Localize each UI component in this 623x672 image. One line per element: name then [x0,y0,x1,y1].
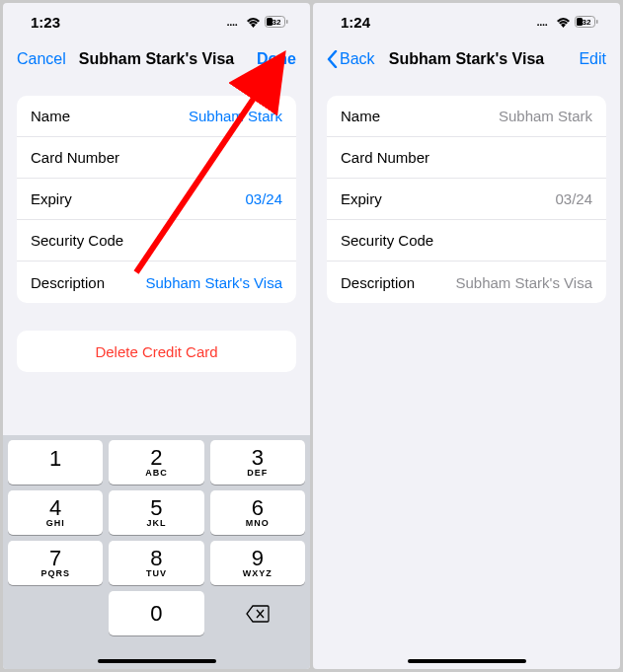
svg-point-3 [235,24,237,26]
delete-label: Delete Credit Card [95,343,217,360]
label-name: Name [341,108,380,124]
card-fields-group: Name Subham Stark Card Number Expiry 03/… [17,96,296,303]
chevron-left-icon [327,50,338,68]
value-description: Subham Stark's Visa [456,274,593,291]
status-time: 1:24 [341,14,370,31]
svg-point-0 [227,24,229,26]
row-name[interactable]: Name Subham Stark [17,96,296,137]
label-card-number: Card Number [31,149,119,166]
key-8[interactable]: 8TUV [109,541,203,585]
battery-icon: 32 [265,16,288,28]
phone-left-edit-mode: 1:23 32 Cancel Subham Stark's Visa Done … [3,3,310,669]
battery-icon: 32 [575,16,598,28]
nav-bar: Back Subham Stark's Visa Edit [313,40,620,78]
status-bar: 1:23 32 [3,3,310,40]
content-area: Name Subham Stark Card Number Expiry 03/… [3,78,310,435]
row-expiry[interactable]: Expiry 03/24 [17,179,296,220]
key-1[interactable]: 1 [8,440,103,485]
nav-title: Subham Stark's Visa [76,50,237,68]
key-0[interactable]: 0 [109,591,203,635]
svg-point-10 [540,24,542,26]
label-security-code: Security Code [341,232,433,249]
row-security-code: Security Code [327,220,606,261]
delete-credit-card-button[interactable]: Delete Credit Card [17,331,296,372]
wifi-icon [556,17,571,28]
status-indicators: 32 [226,16,288,28]
label-description: Description [31,274,105,291]
label-expiry: Expiry [31,190,72,207]
card-fields-group: Name Subham Stark Card Number Expiry 03/… [327,96,606,303]
label-name: Name [31,108,70,124]
row-description[interactable]: Description Subham Stark's Visa [17,261,296,303]
svg-point-9 [537,24,539,26]
svg-point-12 [545,24,547,26]
value-name: Subham Stark [189,108,282,124]
status-bar: 1:24 32 [313,3,620,40]
label-card-number: Card Number [341,149,429,166]
svg-text:32: 32 [273,18,281,27]
value-expiry: 03/24 [555,190,592,207]
key-3[interactable]: 3DEF [210,440,305,485]
row-card-number: Card Number [327,137,606,179]
back-label: Back [340,50,375,68]
home-indicator[interactable] [98,659,216,663]
wifi-icon [246,17,261,28]
done-button[interactable]: Done [237,50,296,68]
svg-point-11 [543,24,545,26]
svg-rect-6 [286,20,288,24]
nav-title: Subham Stark's Visa [386,50,547,68]
key-9[interactable]: 9WXYZ [210,541,305,585]
cancel-button[interactable]: Cancel [17,50,76,68]
back-button[interactable]: Back [327,50,386,68]
nav-bar: Cancel Subham Stark's Visa Done [3,40,310,78]
label-security-code: Security Code [31,232,123,249]
phone-right-view-mode: 1:24 32 Back Subham Stark's Visa Edit Na… [313,3,620,669]
svg-point-1 [230,24,232,26]
svg-text:32: 32 [583,18,591,27]
row-name: Name Subham Stark [327,96,606,137]
key-backspace[interactable] [210,591,305,635]
value-name: Subham Stark [499,108,592,124]
value-expiry: 03/24 [245,190,282,207]
edit-button[interactable]: Edit [547,50,606,68]
cellular-icon [536,17,552,27]
cellular-icon [226,17,242,27]
row-expiry: Expiry 03/24 [327,179,606,220]
value-description: Subham Stark's Visa [146,274,283,291]
key-5[interactable]: 5JKL [109,490,203,535]
key-blank [8,591,103,635]
svg-rect-15 [596,20,598,24]
row-security-code[interactable]: Security Code [17,220,296,261]
backspace-icon [246,605,270,623]
home-indicator[interactable] [408,659,526,663]
key-2[interactable]: 2ABC [109,440,203,485]
status-indicators: 32 [536,16,598,28]
content-area: Name Subham Stark Card Number Expiry 03/… [313,78,620,669]
status-time: 1:23 [31,14,60,31]
label-expiry: Expiry [341,190,382,207]
key-6[interactable]: 6MNO [210,490,305,535]
label-description: Description [341,274,415,291]
row-card-number[interactable]: Card Number [17,137,296,179]
row-description: Description Subham Stark's Visa [327,261,606,303]
svg-point-2 [233,24,235,26]
numeric-keypad: 1 2ABC 3DEF 4GHI 5JKL 6MNO 7PQRS 8TUV 9W… [3,435,310,669]
key-4[interactable]: 4GHI [8,490,103,535]
key-7[interactable]: 7PQRS [8,541,103,585]
